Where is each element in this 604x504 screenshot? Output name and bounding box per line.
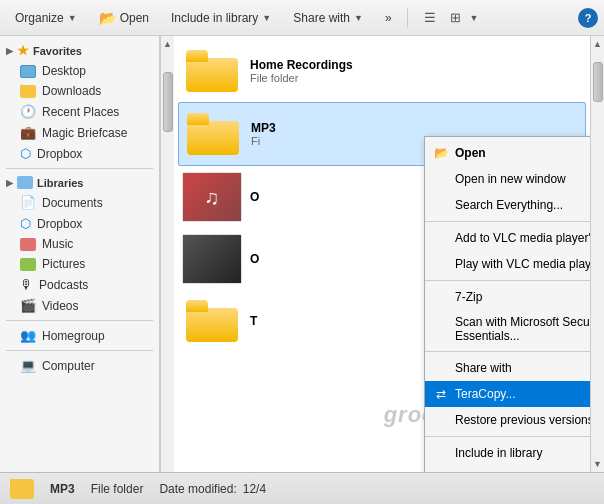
file-thumb-home bbox=[182, 46, 242, 96]
sidebar-item-music[interactable]: Music bbox=[0, 234, 159, 254]
sidebar: ▶ ★ Favorites Desktop Downloads 🕐 Recent… bbox=[0, 36, 160, 472]
file-item-home-recordings[interactable]: Home Recordings File folder bbox=[178, 40, 586, 102]
status-folder-icon bbox=[10, 479, 34, 499]
content-scroll-down[interactable]: ▼ bbox=[591, 456, 605, 472]
include-library-button[interactable]: Include in library ▼ bbox=[162, 6, 280, 30]
sidebar-item-dropbox-lib[interactable]: ⬡ Dropbox bbox=[0, 213, 159, 234]
sidebar-item-computer[interactable]: 💻 Computer bbox=[0, 355, 159, 376]
sidebar-item-dropbox[interactable]: ⬡ Dropbox bbox=[0, 143, 159, 164]
view-icons: ☰ ⊞ ▼ bbox=[418, 6, 479, 30]
more-icon: » bbox=[385, 11, 392, 25]
sidebar-item-label: Recent Places bbox=[42, 105, 119, 119]
ctx-teracopy[interactable]: ⇄ TeraCopy... bbox=[425, 381, 590, 407]
homegroup-label: Homegroup bbox=[42, 329, 105, 343]
libraries-heading[interactable]: ▶ Libraries bbox=[0, 173, 159, 192]
libraries-label: Libraries bbox=[37, 177, 83, 189]
organize-chevron: ▼ bbox=[68, 13, 77, 23]
sidebar-scroll-thumb[interactable] bbox=[163, 72, 173, 132]
open-button[interactable]: 📂 Open bbox=[90, 5, 158, 31]
ctx-library-icon bbox=[433, 445, 449, 461]
sidebar-divider-2 bbox=[6, 320, 153, 321]
ctx-open[interactable]: 📂 Open bbox=[425, 140, 590, 166]
folder-icon-t bbox=[186, 300, 238, 342]
favorites-triangle: ▶ bbox=[6, 46, 13, 56]
ctx-divider-2 bbox=[425, 280, 590, 281]
desktop-icon bbox=[20, 65, 36, 78]
file-name-home: Home Recordings bbox=[250, 58, 582, 72]
organize-button[interactable]: Organize ▼ bbox=[6, 6, 86, 30]
computer-label: Computer bbox=[42, 359, 95, 373]
ctx-open-new-label: Open in new window bbox=[455, 172, 590, 186]
file-thumb-o1: ♫ bbox=[182, 172, 242, 222]
ctx-divider-4 bbox=[425, 436, 590, 437]
ctx-security-icon bbox=[433, 321, 449, 337]
sidebar-scroll-up[interactable]: ▲ bbox=[161, 36, 175, 52]
sidebar-item-videos[interactable]: 🎬 Videos bbox=[0, 295, 159, 316]
content-scroll-up[interactable]: ▲ bbox=[591, 36, 605, 52]
pictures-icon bbox=[20, 258, 36, 271]
sidebar-item-podcasts[interactable]: 🎙 Podcasts bbox=[0, 274, 159, 295]
share-chevron: ▼ bbox=[354, 13, 363, 23]
toolbar: Organize ▼ 📂 Open Include in library ▼ S… bbox=[0, 0, 604, 36]
include-library-label: Include in library bbox=[171, 11, 258, 25]
favorites-label: Favorites bbox=[33, 45, 82, 57]
ctx-uninstall-revo[interactable]: Uninstall with Revo Uninstaller Pro bbox=[425, 466, 590, 472]
ctx-add-vlc-playlist[interactable]: Add to VLC media player's Playlist bbox=[425, 225, 590, 251]
ctx-search-everything[interactable]: Search Everything... bbox=[425, 192, 590, 218]
sidebar-item-magic-briefcase[interactable]: 💼 Magic Briefcase bbox=[0, 122, 159, 143]
more-button[interactable]: » bbox=[376, 6, 401, 30]
ctx-revo-icon bbox=[433, 471, 449, 472]
ctx-share-with[interactable]: Share with ▶ bbox=[425, 355, 590, 381]
ctx-vlc-playlist-icon bbox=[433, 230, 449, 246]
status-type-text: File folder bbox=[91, 482, 144, 496]
share-with-button[interactable]: Share with ▼ bbox=[284, 6, 372, 30]
ctx-play-vlc[interactable]: Play with VLC media player bbox=[425, 251, 590, 277]
ctx-vlc-play-label: Play with VLC media player bbox=[455, 257, 590, 271]
sidebar-item-homegroup[interactable]: 👥 Homegroup bbox=[0, 325, 159, 346]
music-icon bbox=[20, 238, 36, 251]
status-file-name: MP3 bbox=[50, 482, 75, 496]
content-area: Home Recordings File folder MP3 Fi ♫ bbox=[174, 36, 590, 472]
sidebar-item-label: Magic Briefcase bbox=[42, 126, 127, 140]
content-scrollbar[interactable]: ▲ ▼ bbox=[590, 36, 604, 472]
podcasts-icon: 🎙 bbox=[20, 277, 33, 292]
sidebar-scrollbar[interactable]: ▲ bbox=[160, 36, 174, 472]
sidebar-item-recent[interactable]: 🕐 Recent Places bbox=[0, 101, 159, 122]
ctx-new-window-icon bbox=[433, 171, 449, 187]
help-button[interactable]: ? bbox=[578, 8, 598, 28]
sidebar-item-documents[interactable]: 📄 Documents bbox=[0, 192, 159, 213]
ctx-search-label: Search Everything... bbox=[455, 198, 590, 212]
folder-icon: 📂 bbox=[99, 10, 116, 26]
sidebar-item-desktop[interactable]: Desktop bbox=[0, 61, 159, 81]
context-menu: 📂 Open Open in new window Search Everyth… bbox=[424, 136, 590, 472]
ctx-scan-security[interactable]: Scan with Microsoft Security Essentials.… bbox=[425, 310, 590, 348]
folder-icon-mp3 bbox=[187, 113, 239, 155]
computer-icon: 💻 bbox=[20, 358, 36, 373]
file-thumb-t bbox=[182, 296, 242, 346]
favorites-heading[interactable]: ▶ ★ Favorites bbox=[0, 40, 159, 61]
view-toggle-button2[interactable]: ⊞ bbox=[444, 6, 468, 30]
status-date: Date modified: 12/4 bbox=[159, 482, 266, 496]
content-scroll-thumb[interactable] bbox=[593, 62, 603, 102]
sidebar-item-label: Pictures bbox=[42, 257, 85, 271]
include-chevron: ▼ bbox=[262, 13, 271, 23]
status-bar: MP3 File folder Date modified: 12/4 bbox=[0, 472, 604, 504]
ctx-7zip-label: 7-Zip bbox=[455, 290, 590, 304]
ctx-share-icon bbox=[433, 360, 449, 376]
ctx-open-new-window[interactable]: Open in new window bbox=[425, 166, 590, 192]
folder-icon-home bbox=[186, 50, 238, 92]
libraries-section: ▶ Libraries 📄 Documents ⬡ Dropbox Music bbox=[0, 173, 159, 316]
ctx-7zip[interactable]: 7-Zip ▶ bbox=[425, 284, 590, 310]
sidebar-item-pictures[interactable]: Pictures bbox=[0, 254, 159, 274]
ctx-teracopy-icon: ⇄ bbox=[433, 386, 449, 402]
view-toggle-button[interactable]: ☰ bbox=[418, 6, 442, 30]
status-date-value: 12/4 bbox=[243, 482, 266, 496]
sidebar-item-downloads[interactable]: Downloads bbox=[0, 81, 159, 101]
ctx-restore-prev[interactable]: Restore previous versions bbox=[425, 407, 590, 433]
ctx-open-label: Open bbox=[455, 146, 590, 160]
sidebar-divider-3 bbox=[6, 350, 153, 351]
ctx-include-library[interactable]: Include in library ▶ bbox=[425, 440, 590, 466]
sidebar-item-label: Music bbox=[42, 237, 73, 251]
dark-thumb-icon bbox=[183, 235, 241, 283]
music-thumb-icon: ♫ bbox=[183, 173, 241, 221]
